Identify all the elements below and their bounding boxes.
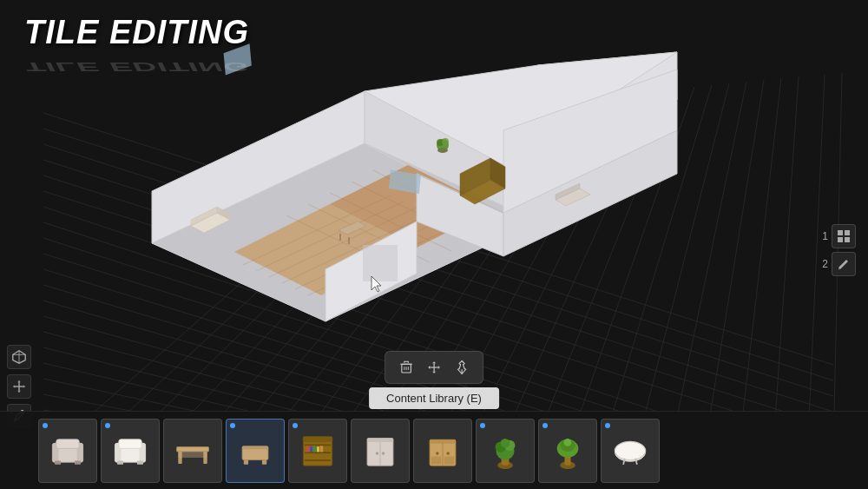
cube-tool-button[interactable] <box>7 345 31 369</box>
grid-icon <box>837 229 851 243</box>
title-area: TILE EDITING TILE EDITING <box>24 16 249 78</box>
svg-point-161 <box>564 438 572 446</box>
svg-rect-131 <box>305 444 331 446</box>
furniture-item-plant1[interactable] <box>476 419 535 483</box>
item-indicator <box>105 423 110 428</box>
cube-icon <box>11 349 27 365</box>
cabinet2-icon <box>424 433 462 468</box>
pencil-icon <box>837 257 851 271</box>
furniture-item-bookcase[interactable] <box>288 419 347 483</box>
armchair1-icon <box>49 435 87 466</box>
right-tools-panel: 1 2 <box>818 224 856 276</box>
plant2-icon <box>549 432 587 470</box>
move-icon <box>426 360 442 375</box>
pin-icon <box>454 360 470 375</box>
pencil-tool-button[interactable] <box>832 252 856 276</box>
furniture-item-desk[interactable] <box>163 419 222 483</box>
furniture-item-coffee-table[interactable] <box>226 419 285 483</box>
svg-rect-119 <box>117 460 123 464</box>
svg-rect-136 <box>313 446 317 452</box>
svg-point-150 <box>446 452 450 455</box>
grid-tool-button[interactable] <box>832 224 856 248</box>
svg-rect-132 <box>305 452 331 453</box>
trash-icon <box>398 360 414 375</box>
svg-rect-72 <box>363 245 398 281</box>
furniture-item-cabinet1[interactable] <box>351 419 410 483</box>
action-icons-row <box>385 351 483 384</box>
item-indicator <box>605 423 610 428</box>
svg-rect-133 <box>305 459 331 461</box>
furniture-item-plant2[interactable] <box>538 419 597 483</box>
item-indicator <box>480 423 485 428</box>
tool-row-1: 1 <box>818 224 856 248</box>
svg-rect-121 <box>177 446 209 451</box>
bookcase-icon <box>299 433 337 468</box>
svg-rect-141 <box>367 438 393 441</box>
svg-rect-92 <box>845 230 850 235</box>
svg-point-163 <box>615 441 645 459</box>
item-indicator <box>293 423 298 428</box>
page-title: TILE EDITING <box>24 14 249 50</box>
pin-icon-button[interactable] <box>448 355 476 380</box>
tool-number-2: 2 <box>818 258 828 270</box>
svg-rect-130 <box>303 436 332 441</box>
bottom-toolbar <box>0 411 868 489</box>
furniture-item-armchair2[interactable] <box>101 419 160 483</box>
svg-rect-118 <box>119 439 141 448</box>
title-reflection: TILE EDITING <box>24 61 249 73</box>
svg-rect-112 <box>56 439 79 448</box>
svg-rect-138 <box>320 446 324 452</box>
svg-rect-120 <box>137 460 143 464</box>
svg-rect-147 <box>431 456 441 464</box>
furniture-item-round-table[interactable] <box>601 419 660 483</box>
viewport: TILE EDITING TILE EDITING 1 2 <box>0 0 868 489</box>
svg-point-143 <box>382 452 385 455</box>
svg-point-156 <box>501 438 510 447</box>
tool-number-1: 1 <box>818 230 828 242</box>
furniture-item-armchair1[interactable] <box>38 419 97 483</box>
svg-rect-91 <box>838 230 843 235</box>
svg-point-149 <box>436 452 439 455</box>
plant1-icon <box>486 432 524 470</box>
armchair2-icon <box>111 435 149 466</box>
svg-rect-93 <box>838 237 843 242</box>
desk-icon <box>174 435 212 466</box>
svg-rect-94 <box>845 237 850 242</box>
svg-rect-134 <box>306 446 310 452</box>
svg-rect-124 <box>178 451 207 457</box>
svg-rect-137 <box>317 446 319 452</box>
action-buttons-container: Content Library (E) <box>369 351 499 409</box>
svg-rect-113 <box>55 460 61 464</box>
content-library-button[interactable]: Content Library (E) <box>369 387 499 409</box>
cabinet1-icon <box>361 433 399 468</box>
svg-rect-126 <box>242 446 268 449</box>
item-indicator <box>542 423 548 428</box>
svg-rect-146 <box>430 439 456 443</box>
arrows-icon <box>11 379 27 394</box>
svg-rect-128 <box>262 459 266 464</box>
move-tool-button[interactable] <box>7 374 31 399</box>
round-table-icon <box>611 435 649 466</box>
furniture-item-cabinet2[interactable] <box>413 419 472 483</box>
svg-point-89 <box>442 138 449 145</box>
tool-row-2: 2 <box>818 252 856 276</box>
svg-rect-148 <box>444 456 454 464</box>
move-icon-button[interactable] <box>420 355 448 380</box>
svg-rect-114 <box>75 460 81 464</box>
item-indicator <box>43 423 48 428</box>
svg-point-142 <box>376 452 379 455</box>
svg-rect-127 <box>244 459 248 464</box>
item-indicator <box>230 423 235 428</box>
svg-rect-135 <box>310 446 312 452</box>
coffee-table-icon <box>236 435 274 466</box>
delete-icon-button[interactable] <box>392 355 420 380</box>
